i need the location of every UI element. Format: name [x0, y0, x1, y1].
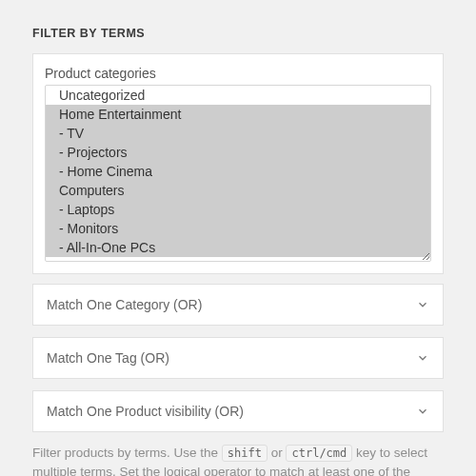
help-text: Filter products by terms. Use the shift …: [32, 444, 444, 476]
category-option[interactable]: - Projectors: [46, 143, 430, 162]
category-option[interactable]: - TV: [46, 124, 430, 143]
kbd-ctrl-cmd: ctrl/cmd: [286, 445, 352, 462]
panel-title: FILTER BY TERMS: [32, 27, 444, 40]
chevron-down-icon: [416, 298, 429, 311]
match-tag-dropdown[interactable]: Match One Tag (OR): [32, 337, 444, 379]
match-category-label: Match One Category (OR): [47, 297, 202, 312]
help-text-part: Filter products by terms. Use the: [32, 446, 222, 460]
chevron-down-icon: [416, 351, 429, 365]
category-option[interactable]: Uncategorized: [46, 86, 430, 105]
product-categories-card: Product categories UncategorizedHome Ent…: [32, 53, 444, 274]
category-option[interactable]: - Monitors: [46, 219, 430, 238]
category-option[interactable]: Home Entertainment: [46, 105, 430, 124]
product-categories-multiselect[interactable]: UncategorizedHome Entertainment- TV- Pro…: [45, 85, 431, 262]
category-option[interactable]: - Laptops: [46, 200, 430, 219]
match-tag-label: Match One Tag (OR): [47, 350, 169, 366]
category-option[interactable]: - All-In-One PCs: [46, 238, 430, 257]
match-visibility-label: Match One Product visibility (OR): [47, 404, 244, 419]
kbd-shift: shift: [222, 445, 268, 462]
match-category-dropdown[interactable]: Match One Category (OR): [32, 284, 444, 326]
match-visibility-dropdown[interactable]: Match One Product visibility (OR): [32, 390, 444, 432]
filter-by-terms-panel: FILTER BY TERMS Product categories Uncat…: [0, 0, 476, 476]
category-option[interactable]: Computers: [46, 181, 430, 200]
chevron-down-icon: [416, 405, 429, 418]
product-categories-label: Product categories: [45, 66, 431, 81]
help-text-part: or: [271, 446, 287, 460]
category-option[interactable]: - Home Cinema: [46, 162, 430, 181]
